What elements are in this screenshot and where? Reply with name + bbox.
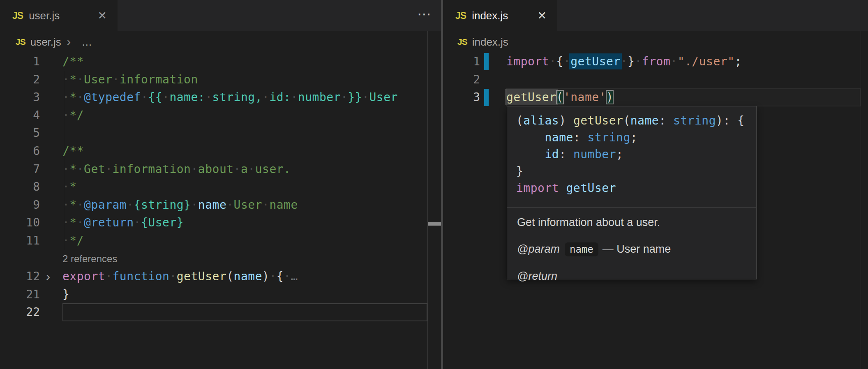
code-token: User (369, 90, 397, 104)
code-line[interactable]: 10·*·@return·{User} (0, 214, 441, 232)
code-line[interactable]: 2·*·User·information (0, 71, 441, 89)
code-line-content[interactable]: ·*·@typedef·{{·name:·string,·id:·number·… (62, 88, 398, 106)
code-line[interactable]: 5 (0, 124, 441, 142)
line-number: 8 (0, 178, 40, 196)
tab-user-js[interactable]: JS user.js ✕ (0, 0, 118, 31)
code-token: ·*· (62, 216, 84, 229)
code-line-content[interactable]: getUser('name') (506, 88, 613, 106)
hover-code-line: (alias) getUser(name: string): { (516, 112, 747, 129)
code-token: · (284, 270, 291, 283)
code-token: getUser (570, 55, 621, 68)
code-line-content[interactable]: ·*/ (62, 106, 84, 125)
breadcrumb-file[interactable]: user.js (30, 36, 61, 48)
code-line-content[interactable]: ·*·@param·{string}·name·User·name (62, 196, 298, 214)
code-line-content[interactable]: ·* (62, 178, 77, 196)
code-token: ) (559, 114, 573, 127)
code-line[interactable]: 1import·{·getUser·}·from·"./user"; (443, 53, 868, 71)
code-line-content[interactable]: } (62, 286, 69, 304)
code-line[interactable]: 6/** (0, 142, 441, 160)
code-token: import (516, 181, 559, 195)
code-token: } (516, 164, 523, 178)
javascript-file-icon: JS (12, 10, 23, 21)
code-token: · (226, 198, 233, 212)
tab-index-js[interactable]: JS index.js ✕ (443, 0, 557, 31)
code-token: · (549, 55, 556, 68)
code-token: export (62, 270, 105, 283)
code-line-content[interactable]: ·*·User·information (62, 71, 198, 89)
code-line[interactable]: 9·*·@param·{string}·name·User·name (0, 196, 441, 214)
breadcrumb-file[interactable]: index.js (472, 36, 508, 48)
line-number: 7 (0, 160, 40, 178)
line-number: 4 (0, 106, 40, 125)
more-actions-icon[interactable]: ⋯ (417, 6, 432, 22)
code-token: number (573, 148, 616, 161)
code-token: @return (84, 216, 134, 229)
close-icon[interactable]: ✕ (97, 9, 107, 22)
line-number: 5 (0, 124, 40, 142)
code-line[interactable]: 21} (0, 286, 441, 304)
fold-chevron-icon[interactable]: › (46, 268, 50, 286)
code-token: ·*·Get·information·about·a·user. (62, 162, 291, 176)
code-token: · (127, 198, 134, 212)
code-line[interactable]: 8·* (0, 178, 441, 196)
scrollbar-track (427, 31, 428, 369)
code-token: getUser (177, 270, 227, 283)
codelens-row[interactable]: 2 references (0, 250, 441, 268)
code-line-content[interactable]: export·function·getUser(name)·{·… (62, 268, 298, 286)
hover-tooltip: (alias) getUser(name: string): { name: s… (507, 106, 757, 279)
code-line-content[interactable]: ·*/ (62, 232, 84, 250)
breadcrumb-symbol[interactable]: … (81, 36, 92, 48)
code-line[interactable]: 22 (0, 303, 441, 321)
code-token: · (362, 90, 369, 104)
code-token: ): { (716, 114, 744, 127)
code-token: ·*/ (62, 108, 84, 122)
code-token: ; (616, 148, 623, 161)
code-line-content[interactable]: /** (62, 53, 84, 71)
codelens-references[interactable]: 2 references (62, 250, 117, 268)
code-line[interactable]: 2 (443, 71, 868, 89)
gutter-modified-indicator (484, 89, 489, 106)
line-number: 3 (443, 88, 480, 106)
code-token: ) (262, 270, 269, 283)
breadcrumb[interactable]: JS index.js (443, 31, 508, 53)
param-tag: @param (517, 243, 560, 255)
scrollbar-handle[interactable] (428, 222, 441, 226)
chevron-right-icon: › (67, 35, 71, 48)
code-token: /** (62, 144, 84, 158)
breadcrumb[interactable]: JS user.js › … (0, 31, 92, 53)
code-line[interactable]: 11·*/ (0, 232, 441, 250)
code-token: · (191, 198, 198, 212)
code-token: string (673, 114, 716, 127)
code-line-content[interactable]: ·*·@return·{User} (62, 214, 184, 232)
line-number: 21 (0, 286, 40, 304)
line-number: 9 (0, 196, 40, 214)
scrollbar-track (861, 31, 861, 369)
line-number: 10 (0, 214, 40, 232)
close-icon[interactable]: ✕ (537, 9, 547, 22)
code-line[interactable]: 1/** (0, 53, 441, 71)
code-token: · (134, 216, 141, 229)
hover-code-line: id: number; (516, 146, 747, 163)
code-token: ·*· (62, 198, 84, 212)
vscode-window: JS user.js ✕ ⋯ JS index.js ✕ JS user.js … (0, 0, 868, 369)
code-line[interactable]: 3·*·@typedef·{{·name:·string,·id:·number… (0, 88, 441, 106)
code-token: {User} (141, 216, 184, 229)
code-token: · (563, 55, 570, 68)
code-line[interactable]: 12›export·function·getUser(name)·{·… (0, 268, 441, 286)
param-description: — User name (603, 243, 671, 255)
param-name-chip: name (565, 242, 598, 256)
code-line[interactable]: 3getUser('name') (443, 88, 868, 106)
code-token: ·*·User·information (62, 73, 198, 86)
code-token (559, 181, 566, 195)
tab-label: user.js (29, 9, 60, 22)
code-line[interactable]: 4·*/ (0, 106, 441, 125)
code-line-content[interactable]: /** (62, 142, 84, 160)
code-line-content[interactable]: ·*·Get·information·about·a·user. (62, 160, 291, 178)
code-line[interactable]: 7·*·Get·information·about·a·user. (0, 160, 441, 178)
code-token: ·* (62, 180, 77, 194)
code-token: · (169, 270, 176, 283)
code-token: { (277, 270, 284, 283)
code-token: {{·name:·string,·id:·number·}} (148, 90, 362, 104)
code-line-content[interactable]: import·{·getUser·}·from·"./user"; (506, 53, 742, 71)
hover-return-line: @return (517, 270, 746, 283)
